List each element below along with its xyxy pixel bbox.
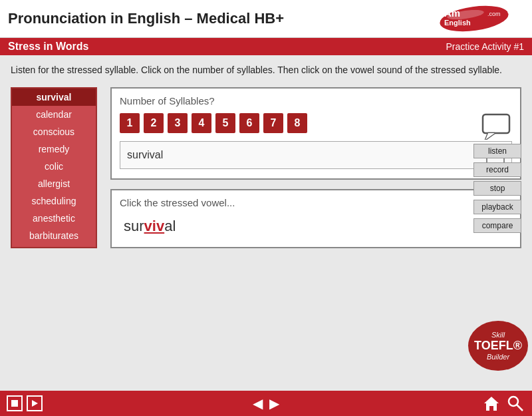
listen-button[interactable]: listen (473, 144, 521, 158)
word-item-6[interactable]: scheduling (12, 192, 96, 210)
section-bar: Stress in Words Practice Activity #1 (0, 38, 532, 55)
word-item-2[interactable]: conscious (12, 123, 96, 140)
syllable-btn-6[interactable]: 6 (239, 113, 259, 133)
svg-point-13 (509, 397, 518, 406)
logo: Am English .com ® (438, 5, 524, 32)
vowel-box: Click the stressed vowel... survival (110, 189, 521, 248)
vowel-part-1[interactable]: sur (124, 218, 144, 234)
bottom-bar: ◀ ▶ (0, 391, 532, 416)
word-item-4[interactable]: colic (12, 158, 96, 175)
syllable-answer: survival 3 (120, 141, 512, 169)
toefl-circle: Skill TOEFL® Builder (468, 321, 528, 371)
vowel-title: Click the stressed vowel... (120, 197, 512, 208)
vowel-word[interactable]: survival (120, 218, 512, 235)
speech-bubble-icon (481, 113, 513, 140)
toefl-skill-label: Skill (491, 331, 505, 339)
syllable-btn-2[interactable]: 2 (144, 113, 164, 133)
instructions-text: Listen for the stressed syllable. Click … (0, 55, 532, 81)
activity-label: Practice Activity #1 (446, 41, 525, 52)
right-panel: Number of Syllables? 12345678 survival 3… (110, 87, 521, 248)
syllables-box: Number of Syllables? 12345678 survival 3 (110, 87, 521, 180)
app-title: Pronunciation in English – Medical HB+ (8, 10, 284, 27)
record-button[interactable]: record (473, 162, 521, 177)
compare-button[interactable]: compare (473, 218, 521, 233)
word-item-3[interactable]: remedy (12, 140, 96, 158)
playback-button[interactable]: playback (473, 200, 521, 214)
toefl-builder-label: Builder (487, 353, 509, 361)
svg-text:English: English (444, 19, 471, 27)
toefl-badge: Skill TOEFL® Builder (468, 321, 528, 371)
bottom-right-icons (483, 395, 532, 412)
svg-line-14 (517, 405, 523, 411)
main-content: survivalcalendarconsciousremedycolicalle… (0, 81, 532, 255)
svg-marker-12 (484, 397, 499, 411)
syllable-btn-1[interactable]: 1 (120, 113, 140, 133)
syllable-btn-3[interactable]: 3 (168, 113, 188, 133)
controls-panel: listen record stop playback compare (473, 113, 521, 233)
stop-button[interactable]: stop (473, 181, 521, 196)
syllable-btn-5[interactable]: 5 (215, 113, 235, 133)
home-icon[interactable] (483, 395, 500, 412)
word-item-1[interactable]: calendar (12, 106, 96, 123)
bottom-left-controls (0, 395, 43, 411)
svg-rect-7 (483, 114, 509, 133)
app-header: Pronunciation in English – Medical HB+ A… (0, 0, 532, 38)
section-title: Stress in Words (8, 41, 89, 53)
svg-text:Am: Am (444, 7, 460, 19)
syllable-btn-8[interactable]: 8 (287, 113, 307, 133)
play-triangle-icon[interactable] (27, 395, 43, 411)
word-list: survivalcalendarconsciousremedycolicalle… (11, 87, 97, 248)
prev-arrow[interactable]: ◀ (253, 395, 263, 411)
next-arrow[interactable]: ▶ (269, 395, 279, 411)
syllable-current-word: survival (127, 149, 163, 161)
vowel-part-2[interactable]: viv (144, 218, 165, 234)
stop-square-icon[interactable] (7, 395, 23, 411)
syllables-title: Number of Syllables? (120, 95, 512, 106)
vowel-part-3[interactable]: al (164, 218, 176, 234)
bottom-nav: ◀ ▶ (253, 395, 279, 411)
search-icon[interactable] (507, 395, 524, 412)
svg-marker-11 (32, 400, 38, 407)
syllable-btn-7[interactable]: 7 (263, 113, 283, 133)
syllable-btn-4[interactable]: 4 (192, 113, 211, 133)
word-item-0[interactable]: survival (12, 89, 96, 106)
svg-text:.com: .com (487, 11, 501, 17)
word-item-7[interactable]: anesthetic (12, 210, 96, 227)
svg-text:®: ® (507, 9, 511, 15)
svg-rect-10 (11, 400, 18, 407)
word-item-8[interactable]: barbiturates (12, 227, 96, 244)
syllable-buttons: 12345678 (120, 113, 512, 133)
word-item-5[interactable]: allergist (12, 175, 96, 192)
toefl-text: TOEFL® (474, 339, 522, 353)
logo-svg: Am English .com ® (438, 5, 524, 32)
